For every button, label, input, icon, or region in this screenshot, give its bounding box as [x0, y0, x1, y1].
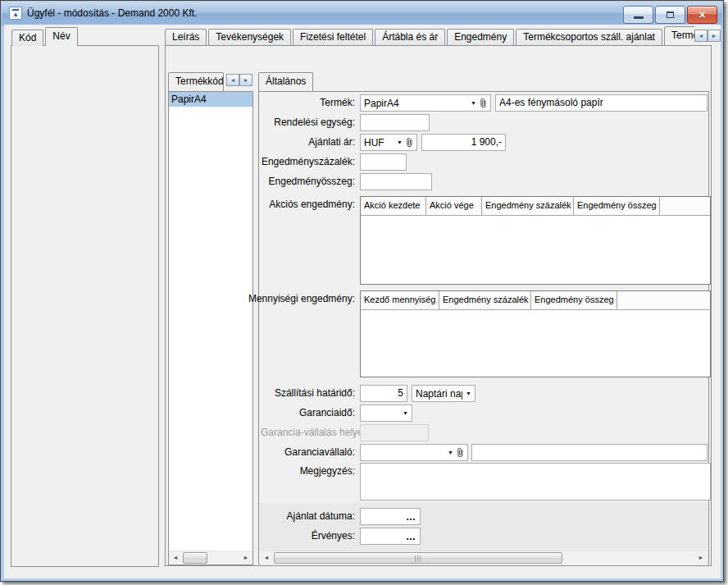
product-list-hscrollbar[interactable]: ◄ ► [169, 551, 253, 564]
left-tabstrip: KódNév [11, 27, 159, 46]
product-hscroll-thumb[interactable] [183, 552, 207, 564]
detail-hscrollbar[interactable]: ◄ ► [260, 551, 708, 564]
minimize-icon [634, 16, 644, 19]
detail-tab[interactable]: Általános [258, 72, 313, 91]
delivery-deadline-field[interactable]: 5 [360, 385, 407, 402]
window-title: Ügyfél - módosítás - Demand 2000 Kft. [27, 7, 722, 19]
valid-until-field[interactable]: … [360, 528, 421, 545]
offer-price-field[interactable]: 1 900,- [421, 134, 506, 151]
main-tab[interactable]: Fizetési feltétel [293, 29, 373, 45]
quantity-discount-grid[interactable]: Kezdő mennyiségEngedmény százalékEngedmé… [360, 290, 711, 377]
titlebar[interactable]: ▲ Ügyfél - módosítás - Demand 2000 Kft. [2, 2, 722, 25]
product-tabstrip: Termékkód [168, 72, 225, 91]
detail-tab-page: Termék: PapirA4 ▼ A4-es fénymásoló papír… [258, 91, 709, 564]
offer-date-field[interactable]: … [360, 508, 421, 525]
app-window: ▲ Ügyfél - módosítás - Demand 2000 Kft. … [0, 0, 724, 582]
left-tab[interactable]: Név [45, 27, 77, 46]
detail-tabstrip: Általános [258, 72, 422, 91]
tab-scroll-left-button[interactable]: ◄ [694, 30, 708, 42]
main-tab[interactable]: Termékcsoportos száll. ajánlat [516, 29, 662, 45]
quantity-grid-header: Kezdő mennyiségEngedmény százalékEngedmé… [361, 291, 710, 310]
chevron-down-icon[interactable]: ▼ [466, 391, 471, 396]
warranty-place-field [360, 424, 429, 441]
product-tab[interactable]: Termékkód [168, 72, 224, 91]
tab-scroll-right-icon: ► [243, 77, 249, 83]
discount-amount-field[interactable] [360, 173, 432, 190]
main-tab[interactable]: Tevékenységek [208, 29, 291, 45]
grid-column-header: Engedmény százalék [482, 197, 574, 215]
app-icon: ▲ [9, 7, 22, 20]
close-button[interactable]: × [687, 6, 717, 24]
left-tab[interactable]: Kód [11, 30, 43, 46]
chevron-down-icon[interactable]: ▼ [397, 139, 403, 145]
ellipsis-button[interactable]: … [406, 512, 416, 522]
grid-column-header: Akció kezdete [361, 197, 426, 215]
promo-discount-grid[interactable]: Akció kezdeteAkció végeEngedmény százalé… [360, 196, 711, 285]
paperclip-icon[interactable] [406, 137, 413, 148]
warranty-period-combo[interactable]: ▼ [360, 404, 412, 422]
warrantor-name-field[interactable] [471, 444, 708, 461]
grid-column-header: Engedmény százalék [439, 291, 531, 309]
scroll-left-icon[interactable]: ◄ [260, 551, 273, 564]
scroll-right-icon[interactable]: ► [694, 551, 708, 564]
quantity-discount-label: Mennyiségi engedmény: [248, 293, 355, 304]
product-list-page: PapirA4 ◄ ► [168, 91, 253, 565]
offer-date-label: Ajánlat dátuma: [261, 510, 355, 522]
grid-column-header: Kezdő mennyiség [361, 291, 439, 309]
grid-column-header: Engedmény összeg [531, 291, 617, 309]
minimize-button[interactable] [623, 6, 653, 24]
product-list-item[interactable]: PapirA4 [169, 92, 253, 107]
warrantor-combo[interactable]: ▼ [360, 444, 468, 461]
order-unit-field[interactable] [360, 114, 430, 131]
warranty-period-label: Garanciaidő: [261, 407, 355, 418]
paperclip-icon[interactable] [480, 98, 487, 108]
ellipsis-button[interactable]: … [406, 532, 416, 542]
main-tab[interactable]: Engedmény [447, 29, 514, 45]
chevron-down-icon[interactable]: ▼ [448, 450, 453, 455]
tab-scroll-right-icon: ► [712, 33, 717, 39]
order-unit-label: Rendelési egység: [261, 117, 355, 128]
tab-scroll-left-icon: ◄ [230, 77, 236, 83]
scroll-left-icon[interactable]: ◄ [169, 551, 182, 564]
detail-hscroll-thumb[interactable] [274, 552, 562, 564]
product-combo[interactable]: PapirA4 ▼ [360, 94, 491, 112]
left-tab-page [11, 45, 159, 567]
currency-combo[interactable]: HUF ▼ [360, 134, 417, 151]
product-description-field[interactable]: A4-es fénymásoló papír [495, 94, 708, 112]
valid-until-label: Érvényes: [261, 530, 355, 542]
close-icon: × [698, 9, 705, 21]
paperclip-icon[interactable] [457, 447, 464, 458]
warrantor-label: Garanciavállaló: [261, 446, 355, 458]
chevron-down-icon[interactable]: ▼ [471, 100, 476, 106]
product-tab-scroll-right-button[interactable]: ► [239, 74, 253, 86]
promo-discount-label: Akciós engedmény: [261, 199, 355, 210]
screen: ▲ Ügyfél - módosítás - Demand 2000 Kft. … [0, 0, 728, 585]
window-controls: × [623, 6, 717, 24]
tab-scroll-left-icon: ◄ [698, 33, 704, 39]
main-tabstrip: LeírásTevékenységekFizetési feltételÁrtá… [165, 26, 694, 45]
product-label: Termék: [261, 97, 355, 108]
note-label: Megjegyzés: [261, 465, 355, 477]
discount-percent-field[interactable] [360, 153, 407, 171]
promo-grid-header: Akció kezdeteAkció végeEngedmény százalé… [361, 197, 710, 216]
maximize-icon [667, 11, 674, 18]
chevron-down-icon[interactable]: ▼ [403, 410, 408, 416]
delivery-deadline-label: Szállítási határidő: [261, 387, 355, 399]
product-list: PapirA4 [169, 92, 253, 551]
main-tab[interactable]: Leírás [165, 29, 207, 45]
main-tab[interactable]: Ártábla és ár [375, 29, 445, 45]
offer-price-label: Ajánlati ár: [261, 136, 355, 148]
note-field[interactable] [360, 463, 711, 500]
main-tab[interactable]: Termékenkér [664, 26, 694, 45]
product-tab-scroll-left-button[interactable]: ◄ [226, 74, 239, 86]
tab-scroll-right-button[interactable]: ► [708, 30, 721, 42]
delivery-unit-combo[interactable]: Naptári nap ▼ [412, 385, 475, 402]
warranty-place-label: Garancia-vállalás helye: [261, 427, 355, 438]
discount-percent-label: Engedményszázalék: [261, 156, 355, 167]
grid-column-header: Akció vége [426, 197, 482, 215]
scroll-right-icon[interactable]: ► [239, 551, 253, 564]
grid-column-header: Engedmény összeg [574, 197, 660, 215]
maximize-button[interactable] [655, 6, 685, 24]
discount-amount-label: Engedményösszeg: [261, 176, 355, 187]
